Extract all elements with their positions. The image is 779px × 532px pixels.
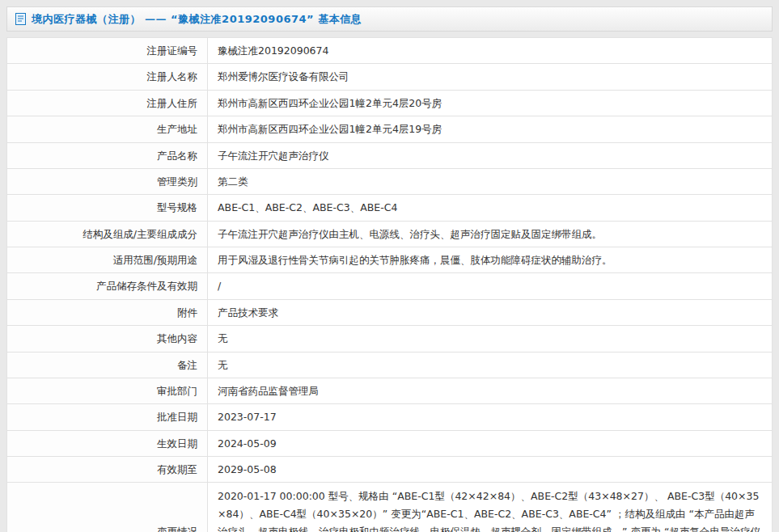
row-value: 子午流注开穴超声治疗仪由主机、电源线、治疗头、超声治疗固定贴及固定绑带组成。	[208, 221, 773, 247]
row-value: 2029-05-08	[208, 457, 773, 483]
row-value: 无	[208, 326, 773, 352]
page-title: 境内医疗器械（注册） —— “豫械注准20192090674” 基本信息	[32, 12, 362, 27]
table-row: 结构及组成/主要组成成分 子午流注开穴超声治疗仪由主机、电源线、治疗头、超声治疗…	[7, 221, 773, 247]
row-value: 子午流注开穴超声治疗仪	[208, 142, 773, 168]
table-row: 审批部门 河南省药品监督管理局	[7, 378, 773, 403]
table-row: 注册人名称 郑州爱博尔医疗设备有限公司	[7, 64, 773, 90]
row-value-changes: 2020-01-17 00:00:00 型号、规格由 “ABE-C1型（42×4…	[208, 483, 773, 532]
table-row: 备注 无	[7, 352, 773, 378]
page: 境内医疗器械（注册） —— “豫械注准20192090674” 基本信息 注册证…	[0, 0, 779, 532]
row-label: 附件	[7, 299, 208, 325]
table-row: 生效日期 2024-05-09	[7, 430, 773, 456]
table-row: 附件 产品技术要求	[7, 299, 773, 325]
info-table: 注册证编号 豫械注准20192090674 注册人名称 郑州爱博尔医疗设备有限公…	[6, 37, 773, 532]
table-row: 管理类别 第二类	[7, 168, 773, 194]
table-row: 批准日期 2023-07-17	[7, 404, 773, 430]
table-row: 注册人住所 郑州市高新区西四环企业公园1幢2单元4层20号房	[7, 90, 773, 116]
row-label: 注册证编号	[7, 38, 208, 64]
document-icon	[15, 13, 26, 25]
table-row: 其他内容 无	[7, 326, 773, 352]
page-header: 境内医疗器械（注册） —— “豫械注准20192090674” 基本信息	[6, 6, 773, 32]
row-value: /	[208, 273, 773, 299]
row-label: 注册人名称	[7, 64, 208, 90]
row-label: 管理类别	[7, 168, 208, 194]
row-value: 第二类	[208, 168, 773, 194]
row-value: 郑州市高新区西四环企业公园1幢2单元4层19号房	[208, 116, 773, 142]
table-row: 产品储存条件及有效期 /	[7, 273, 773, 299]
table-row: 变更情况 2020-01-17 00:00:00 型号、规格由 “ABE-C1型…	[7, 483, 773, 532]
row-label: 其他内容	[7, 326, 208, 352]
row-value: 豫械注准20192090674	[208, 38, 773, 64]
row-label: 产品储存条件及有效期	[7, 273, 208, 299]
row-label: 产品名称	[7, 142, 208, 168]
row-value: 产品技术要求	[208, 299, 773, 325]
row-value: 2024-05-09	[208, 430, 773, 456]
table-row: 生产地址 郑州市高新区西四环企业公园1幢2单元4层19号房	[7, 116, 773, 142]
row-label: 生产地址	[7, 116, 208, 142]
row-value: 无	[208, 352, 773, 378]
table-row: 适用范围/预期用途 用于风湿及退行性骨关节病引起的关节肿胀疼痛，晨僵、肢体功能障…	[7, 247, 773, 273]
row-label: 结构及组成/主要组成成分	[7, 221, 208, 247]
row-value: 用于风湿及退行性骨关节病引起的关节肿胀疼痛，晨僵、肢体功能障碍症状的辅助治疗。	[208, 247, 773, 273]
row-label: 有效期至	[7, 457, 208, 483]
row-label: 备注	[7, 352, 208, 378]
table-row: 产品名称 子午流注开穴超声治疗仪	[7, 142, 773, 168]
row-value: 郑州爱博尔医疗设备有限公司	[208, 64, 773, 90]
table-row: 有效期至 2029-05-08	[7, 457, 773, 483]
row-label: 注册人住所	[7, 90, 208, 116]
row-label: 变更情况	[7, 483, 208, 532]
table-row: 注册证编号 豫械注准20192090674	[7, 38, 773, 64]
row-label: 型号规格	[7, 195, 208, 221]
row-value: 河南省药品监督管理局	[208, 378, 773, 403]
row-label: 审批部门	[7, 378, 208, 403]
row-label: 适用范围/预期用途	[7, 247, 208, 273]
row-label: 批准日期	[7, 404, 208, 430]
row-label: 生效日期	[7, 430, 208, 456]
row-value: 郑州市高新区西四环企业公园1幢2单元4层20号房	[208, 90, 773, 116]
row-value: ABE-C1、ABE-C2、ABE-C3、ABE-C4	[208, 195, 773, 221]
row-value: 2023-07-17	[208, 404, 773, 430]
table-row: 型号规格 ABE-C1、ABE-C2、ABE-C3、ABE-C4	[7, 195, 773, 221]
